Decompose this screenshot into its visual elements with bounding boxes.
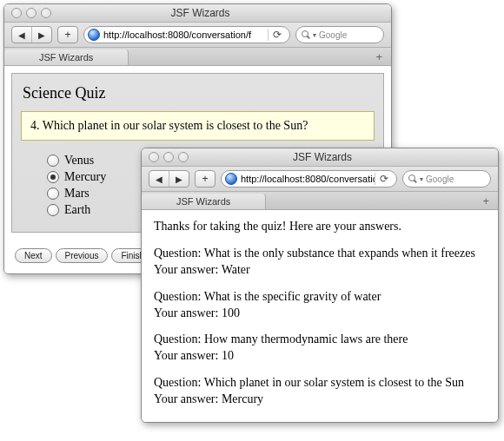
chevron-down-icon: ▾: [420, 175, 423, 183]
titlebar: JSF Wizards: [142, 148, 498, 167]
search-icon: [302, 30, 310, 39]
result-item: Question: What is the specific gravity o…: [154, 289, 486, 322]
forward-button[interactable]: ▶: [169, 171, 189, 187]
radio-icon: [47, 204, 59, 216]
radio-icon: [47, 155, 59, 167]
search-placeholder: Google: [426, 174, 454, 184]
radio-icon: [47, 188, 59, 200]
tab-active[interactable]: JSF Wizards: [4, 49, 129, 65]
site-icon: [88, 29, 100, 41]
site-icon: [225, 173, 237, 185]
back-button[interactable]: ◀: [12, 27, 31, 43]
option-label: Mars: [64, 187, 90, 201]
result-item: Question: Which planet in our solar syst…: [154, 375, 486, 408]
window-title: JSF Wizards: [17, 7, 384, 19]
search-field[interactable]: ▾ Google: [402, 170, 491, 188]
option-label: Venus: [64, 154, 94, 168]
search-placeholder: Google: [319, 30, 347, 40]
tab-label: JSF Wizards: [176, 196, 230, 207]
question-number: 4.: [30, 119, 40, 132]
reload-button[interactable]: ⟳: [375, 173, 393, 185]
question-text: Which planet in our solar system is clos…: [43, 119, 308, 132]
chevron-down-icon: ▾: [313, 31, 316, 39]
nav-buttons: ◀ ▶: [11, 26, 52, 43]
result-item: Question: What is the only substance tha…: [154, 246, 486, 279]
url-text: http://localhost:8080/conversation/f: [103, 30, 268, 40]
result-answer: Your answer: Mercury: [154, 392, 486, 408]
address-bar[interactable]: http://localhost:8080/conversation/f ⟳: [83, 26, 290, 43]
option-label: Earth: [64, 203, 90, 217]
quiz-title: Science Quiz: [12, 77, 383, 111]
window-title: JSF Wizards: [154, 151, 491, 163]
tab-active[interactable]: JSF Wizards: [142, 194, 266, 209]
search-icon: [408, 174, 417, 183]
back-button[interactable]: ◀: [149, 171, 169, 187]
url-text: http://localhost:8080/conversation/f: [241, 174, 375, 184]
nav-buttons: ◀ ▶: [149, 170, 189, 188]
new-tab-button[interactable]: +: [367, 48, 391, 65]
option-label: Mercury: [64, 170, 106, 184]
result-question: Question: What is the only substance tha…: [154, 246, 486, 262]
search-field[interactable]: ▾ Google: [295, 26, 384, 43]
question-box: 4. Which planet in our solar system is c…: [21, 111, 375, 141]
result-question: Question: Which planet in our solar syst…: [154, 375, 486, 392]
result-answer: Your answer: 10: [154, 348, 486, 365]
address-bar[interactable]: http://localhost:8080/conversation/f ⟳: [221, 170, 397, 188]
new-tab-button[interactable]: +: [474, 192, 498, 209]
results-content: Thanks for taking the quiz! Here are you…: [142, 210, 498, 422]
tab-bar: JSF Wizards +: [142, 192, 498, 210]
result-item: Question: How many thermodynamic laws ar…: [154, 332, 486, 365]
titlebar: JSF Wizards: [4, 4, 391, 23]
previous-button[interactable]: Previous: [56, 248, 109, 263]
tab-bar: JSF Wizards +: [4, 48, 391, 66]
next-button[interactable]: Next: [15, 248, 52, 263]
result-answer: Your answer: 100: [154, 306, 486, 322]
forward-button[interactable]: ▶: [31, 27, 51, 43]
reload-button[interactable]: ⟳: [268, 29, 286, 41]
tab-label: JSF Wizards: [39, 52, 93, 63]
add-bookmark-button[interactable]: +: [57, 26, 78, 43]
browser-window-results: JSF Wizards ◀ ▶ + http://localhost:8080/…: [141, 148, 499, 423]
toolbar: ◀ ▶ + http://localhost:8080/conversation…: [142, 167, 498, 192]
add-bookmark-button[interactable]: +: [195, 170, 216, 188]
result-answer: Your answer: Water: [154, 262, 486, 279]
toolbar: ◀ ▶ + http://localhost:8080/conversation…: [4, 23, 391, 48]
result-question: Question: What is the specific gravity o…: [154, 289, 486, 306]
result-question: Question: How many thermodynamic laws ar…: [154, 332, 486, 348]
results-intro: Thanks for taking the quiz! Here are you…: [154, 219, 486, 235]
radio-icon: [47, 171, 59, 183]
